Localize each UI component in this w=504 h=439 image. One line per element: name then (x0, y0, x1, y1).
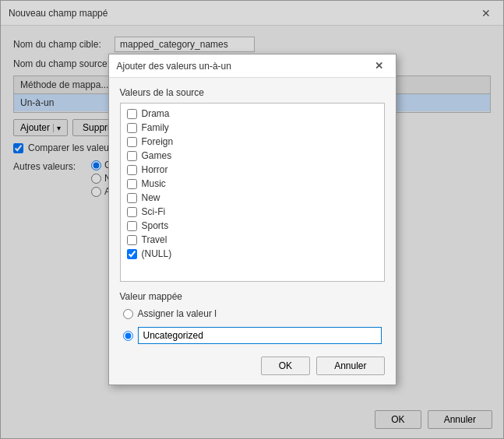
list-item-checkbox[interactable] (127, 165, 137, 175)
modal-title: Ajouter des valeurs un-à-un (117, 61, 231, 72)
list-item-label: (NULL) (142, 248, 172, 259)
list-item: Foreign (122, 135, 382, 149)
list-item-checkbox[interactable] (127, 137, 137, 147)
assign-radio-label: Assigner la valeur l (138, 308, 217, 319)
modal-body: Valeurs de la source DramaFamilyForeignG… (109, 78, 396, 385)
list-item-checkbox[interactable] (127, 235, 137, 245)
list-item-label: Horror (142, 164, 168, 175)
source-values-label: Valeurs de la source (120, 87, 385, 98)
list-item: Drama (122, 107, 382, 121)
list-item: New (122, 191, 382, 205)
list-item-checkbox[interactable] (127, 179, 137, 189)
list-item: Horror (122, 163, 382, 177)
list-item: Sports (122, 219, 382, 233)
list-item: Music (122, 177, 382, 191)
list-item-checkbox[interactable] (127, 207, 137, 217)
modal-buttons: OK Annuler (120, 356, 385, 375)
assign-radio-row: Assigner la valeur l (120, 307, 385, 321)
list-item-label: Foreign (142, 136, 174, 147)
list-item-checkbox[interactable] (127, 249, 137, 259)
modal-cancel-button[interactable]: Annuler (316, 356, 384, 375)
list-item: Sci-Fi (122, 205, 382, 219)
list-item: Travel (122, 233, 382, 247)
list-item-label: Games (142, 150, 172, 161)
list-item-checkbox[interactable] (127, 109, 137, 119)
list-item-label: Sports (142, 220, 169, 231)
mapped-value-section: Valeur mappée Assigner la valeur l (120, 291, 385, 346)
uncategorized-row (120, 325, 385, 346)
list-item: Games (122, 149, 382, 163)
list-item-label: Travel (142, 234, 167, 245)
list-item-checkbox[interactable] (127, 123, 137, 133)
modal-close-button[interactable]: ✕ (370, 58, 388, 73)
list-item-checkbox[interactable] (127, 151, 137, 161)
list-item-label: Family (142, 122, 169, 133)
assign-radio[interactable] (123, 309, 133, 319)
list-item-label: Music (142, 178, 166, 189)
modal-ok-button[interactable]: OK (261, 356, 310, 375)
list-item-label: New (142, 192, 160, 203)
list-item-checkbox[interactable] (127, 193, 137, 203)
mapped-value-label: Valeur mappée (120, 291, 385, 302)
list-item-checkbox[interactable] (127, 221, 137, 231)
modal-dialog: Ajouter des valeurs un-à-un ✕ Valeurs de… (108, 54, 397, 385)
list-item: Family (122, 121, 382, 135)
modal-overlay: Ajouter des valeurs un-à-un ✕ Valeurs de… (0, 0, 504, 439)
values-list[interactable]: DramaFamilyForeignGamesHorrorMusicNewSci… (120, 103, 385, 282)
uncategorized-radio[interactable] (123, 331, 133, 341)
list-item-label: Sci-Fi (142, 206, 166, 217)
mapped-text-input[interactable] (138, 327, 382, 344)
list-item-label: Drama (142, 108, 170, 119)
modal-titlebar: Ajouter des valeurs un-à-un ✕ (109, 54, 396, 78)
list-item: (NULL) (122, 247, 382, 261)
